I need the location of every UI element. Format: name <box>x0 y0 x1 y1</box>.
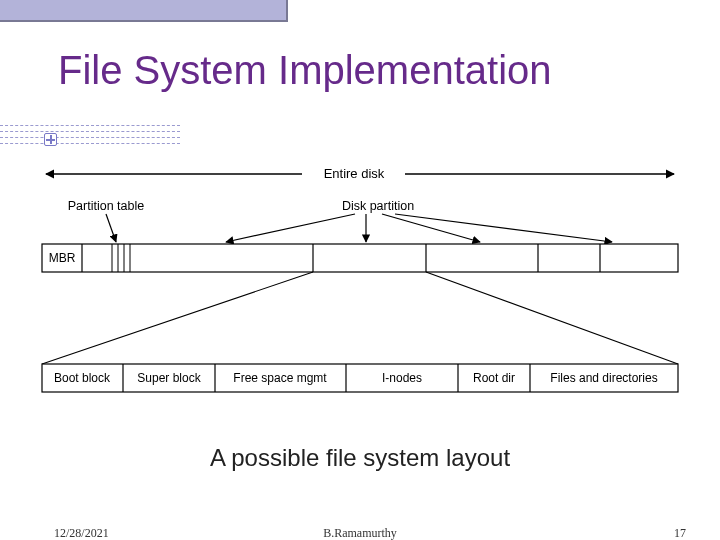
files-dirs-label: Files and directories <box>550 371 657 385</box>
footer-author: B.Ramamurthy <box>323 526 397 540</box>
footer-page: 17 <box>674 526 686 540</box>
figure-caption: A possible file system layout <box>0 444 720 472</box>
partition-contents-bar: Boot block Super block Free space mgmt I… <box>42 364 678 392</box>
root-dir-label: Root dir <box>473 371 515 385</box>
svg-line-18 <box>426 272 678 364</box>
boot-block-label: Boot block <box>54 371 111 385</box>
svg-line-2 <box>106 214 116 242</box>
slide-rule-lines <box>0 125 180 149</box>
footer-date: 12/28/2021 <box>54 526 109 540</box>
disk-partition-label: Disk partition <box>342 199 414 213</box>
main-disk-bar: MBR <box>42 244 678 272</box>
filesystem-diagram: Entire disk Partition table Disk partiti… <box>38 160 682 420</box>
svg-rect-7 <box>42 244 678 272</box>
svg-line-3 <box>226 214 355 242</box>
bullet-decoration-icon <box>44 133 57 146</box>
free-space-label: Free space mgmt <box>233 371 327 385</box>
svg-line-17 <box>42 272 313 364</box>
entire-disk-label: Entire disk <box>324 166 385 181</box>
svg-line-6 <box>395 214 612 242</box>
partition-table-label: Partition table <box>68 199 144 213</box>
page-title: File System Implementation <box>58 48 552 93</box>
slide-accent-bar <box>0 0 288 22</box>
mbr-label: MBR <box>49 251 76 265</box>
inodes-label: I-nodes <box>382 371 422 385</box>
super-block-label: Super block <box>137 371 201 385</box>
